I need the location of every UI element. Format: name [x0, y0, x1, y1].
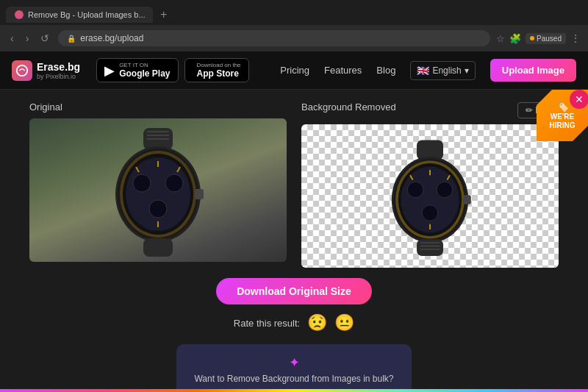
- tab-bar: Remove Bg - Upload Images b... × +: [0, 0, 588, 25]
- google-play-text: GET IT ON Google Play: [119, 62, 170, 79]
- app-store-badges: ▶ GET IT ON Google Play Download on the …: [96, 58, 248, 82]
- browser-actions: ☆ 🧩 Paused ⋮: [496, 32, 581, 44]
- watch-background: [29, 118, 287, 262]
- navbar: Erase.bg by Pixelbin.io ▶ GET IT ON Goog…: [0, 51, 588, 90]
- promo-text: Want to Remove Background from Images in…: [194, 374, 394, 384]
- original-image: [29, 118, 287, 262]
- logo-sub-text: by Pixelbin.io: [37, 73, 80, 80]
- features-link[interactable]: Features: [324, 65, 362, 76]
- blog-link[interactable]: Blog: [376, 65, 395, 76]
- logo-main-text: Erase.bg: [37, 61, 80, 73]
- svg-point-7: [133, 174, 151, 192]
- svg-point-24: [401, 166, 459, 232]
- bulk-promo: ✦ Want to Remove Background from Images …: [176, 344, 412, 392]
- paused-badge: Paused: [526, 33, 566, 44]
- checker-background: [301, 124, 559, 268]
- svg-rect-15: [143, 238, 173, 257]
- panel-header: Background Removed ✏ Edit: [301, 101, 559, 118]
- main-content: Original: [0, 90, 588, 392]
- rate-label: Rate this result:: [234, 318, 300, 329]
- download-section: Download Original Size Rate this result:…: [29, 278, 559, 392]
- removed-image: [301, 124, 559, 268]
- hiring-text: WE'REHIRING: [550, 113, 576, 130]
- google-play-icon: ▶: [104, 63, 115, 79]
- browser-menu-icon[interactable]: ⋮: [570, 32, 581, 44]
- address-bar: ‹ › ↺ 🔒 erase.bg/upload ☆ 🧩 Paused ⋮: [0, 25, 588, 51]
- svg-point-9: [149, 200, 167, 218]
- watch-original-svg: [85, 124, 232, 257]
- language-label: English: [432, 65, 461, 76]
- svg-point-25: [407, 182, 423, 198]
- original-label: Original: [29, 101, 287, 113]
- svg-point-27: [422, 204, 438, 221]
- watch-removed-svg: [364, 134, 496, 259]
- app-store-badge[interactable]: Download on the App Store: [184, 58, 249, 82]
- logo[interactable]: Erase.bg by Pixelbin.io: [12, 60, 80, 81]
- extension-icon[interactable]: 🧩: [509, 33, 521, 44]
- pricing-link[interactable]: Pricing: [280, 65, 309, 76]
- paused-dot: [530, 36, 534, 40]
- upload-image-button[interactable]: Upload Image: [490, 59, 576, 82]
- paused-label: Paused: [537, 35, 562, 43]
- tab-title: Remove Bg - Upload Images b...: [28, 10, 146, 19]
- rating-section: Rate this result: 😟 😐: [234, 313, 354, 332]
- tab-favicon: [15, 10, 24, 19]
- language-selector[interactable]: 🇬🇧 English ▾: [410, 61, 475, 80]
- url-text: erase.bg/upload: [80, 33, 143, 43]
- google-play-badge[interactable]: ▶ GET IT ON Google Play: [96, 58, 178, 82]
- svg-rect-33: [417, 239, 443, 256]
- bad-rating-button[interactable]: 😟: [307, 313, 327, 332]
- active-tab[interactable]: Remove Bg - Upload Images b... ×: [6, 7, 153, 23]
- logo-icon: [12, 60, 32, 81]
- close-button[interactable]: ✕: [570, 90, 588, 109]
- promo-icon: ✦: [194, 354, 394, 371]
- image-section: Original: [29, 101, 559, 268]
- flag-icon: 🇬🇧: [417, 65, 429, 76]
- nav-links: Pricing Features Blog 🇬🇧 English ▾ Uploa…: [280, 59, 576, 82]
- neutral-rating-button[interactable]: 😐: [334, 313, 354, 332]
- original-panel: Original: [29, 101, 287, 262]
- removed-label: Background Removed: [301, 101, 396, 113]
- logo-text: Erase.bg by Pixelbin.io: [37, 61, 80, 80]
- download-button[interactable]: Download Original Size: [216, 278, 372, 304]
- svg-point-8: [165, 174, 183, 192]
- svg-point-26: [437, 182, 453, 198]
- removed-bg-panel: Background Removed ✏ Edit: [301, 101, 559, 268]
- url-field[interactable]: 🔒 erase.bg/upload: [58, 30, 490, 46]
- svg-point-6: [126, 157, 190, 231]
- svg-rect-14: [195, 189, 204, 199]
- new-tab-button[interactable]: +: [157, 8, 170, 21]
- lock-icon: 🔒: [67, 35, 76, 43]
- app-store-text: Download on the App Store: [197, 62, 241, 79]
- bookmark-icon[interactable]: ☆: [496, 33, 505, 44]
- svg-point-0: [17, 65, 27, 75]
- back-button[interactable]: ‹: [7, 31, 17, 46]
- forward-button[interactable]: ›: [23, 31, 32, 46]
- chevron-down-icon: ▾: [465, 65, 469, 76]
- page: Erase.bg by Pixelbin.io ▶ GET IT ON Goog…: [0, 51, 588, 392]
- svg-rect-32: [463, 195, 471, 204]
- browser-chrome: Remove Bg - Upload Images b... × + ‹ › ↺…: [0, 0, 588, 51]
- reload-button[interactable]: ↺: [37, 31, 52, 46]
- hiring-emoji: 🏷️: [556, 101, 569, 113]
